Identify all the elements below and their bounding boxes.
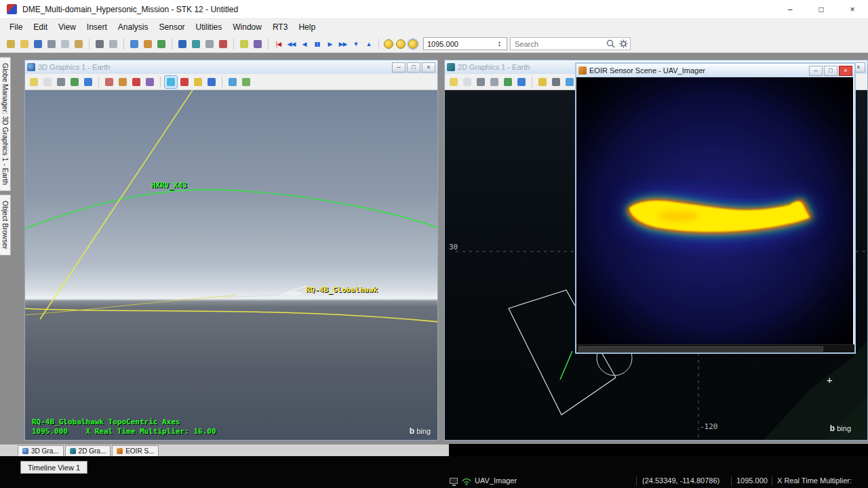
- open-icon[interactable]: [18, 38, 31, 49]
- insert-object-icon[interactable]: [155, 38, 167, 49]
- menu-sensor[interactable]: Sensor: [154, 20, 191, 34]
- map-options-icon[interactable]: [515, 76, 528, 88]
- time-overlay-text: 1095.000 X Real Time Multiplier: 16.00: [32, 427, 216, 436]
- menu-edit[interactable]: Edit: [28, 20, 53, 34]
- new-scenario-icon[interactable]: [5, 38, 17, 49]
- eoir-thermal-viewport[interactable]: [576, 77, 853, 344]
- menu-view[interactable]: View: [53, 20, 81, 34]
- eoir-window-titlebar[interactable]: EOIR Sensor Scene - UAV_Imager – □ ×: [576, 64, 854, 77]
- home-view-icon[interactable]: [117, 76, 129, 88]
- status-bar: UAV_Imager (24.53349, -114.80786) 1095.0…: [0, 474, 868, 488]
- grid-icon[interactable]: [550, 76, 562, 88]
- animation-play-button[interactable]: ▶: [323, 38, 336, 50]
- pan-hand-icon[interactable]: [461, 76, 473, 88]
- view-page-icon[interactable]: [28, 76, 40, 88]
- eoir-scrollbar-thumb[interactable]: [578, 346, 823, 352]
- terrain-globe-icon[interactable]: [82, 76, 94, 88]
- mdi-workspace: Globe Manager: 3D Graphics 1 - Earth Obj…: [0, 53, 868, 444]
- print-icon[interactable]: [94, 38, 106, 49]
- imagery-globe-icon[interactable]: [502, 76, 514, 88]
- animation-time-step-icon[interactable]: [396, 39, 406, 49]
- stored-views-icon[interactable]: [144, 76, 156, 88]
- eoir-minimize-button[interactable]: –: [809, 66, 823, 76]
- time-spinner[interactable]: ▴▾: [498, 41, 500, 47]
- animation-time-input[interactable]: [423, 37, 507, 50]
- globe-options-icon[interactable]: [205, 76, 218, 88]
- menu-analysis[interactable]: Analysis: [113, 20, 154, 34]
- save-icon[interactable]: [32, 38, 44, 49]
- bing-logo: bbing: [830, 424, 851, 433]
- animation-time-options-icon[interactable]: [384, 39, 393, 49]
- timeline-view-tab[interactable]: Timeline View 1: [20, 461, 87, 474]
- menu-insert[interactable]: Insert: [81, 20, 113, 34]
- properties-icon[interactable]: [45, 38, 58, 49]
- graph-manager-icon[interactable]: [142, 38, 154, 49]
- eoir-close-button[interactable]: ×: [839, 66, 852, 76]
- zoom-in-icon[interactable]: [475, 76, 487, 88]
- camera-path-icon[interactable]: [226, 76, 239, 88]
- copy-icon[interactable]: [59, 38, 71, 49]
- eoir-sensor-icon: [578, 66, 587, 75]
- increase-time-step-button[interactable]: ▲: [362, 38, 375, 50]
- close-button[interactable]: ×: [837, 0, 868, 19]
- view-from-to-icon[interactable]: [103, 76, 115, 88]
- animation-reverse-button[interactable]: ◀: [298, 38, 311, 50]
- ruler-icon[interactable]: [192, 76, 204, 88]
- animation-pause-button[interactable]: ▮▮: [311, 38, 323, 50]
- calc-tool-icon[interactable]: [252, 38, 264, 49]
- 3d-minimize-button[interactable]: –: [392, 62, 406, 73]
- target-view-icon[interactable]: [130, 76, 142, 88]
- 3d-window-titlebar[interactable]: 3D Graphics 1 - Earth – □ ×: [25, 60, 437, 74]
- zoom-icon[interactable]: [55, 76, 67, 88]
- search-input[interactable]: [511, 40, 604, 48]
- maximize-button[interactable]: □: [806, 0, 837, 19]
- search-settings-gear-icon[interactable]: [619, 39, 628, 48]
- menu-utilities[interactable]: Utilities: [191, 20, 228, 34]
- report-manager-icon[interactable]: [128, 38, 140, 49]
- animation-step-forward-button[interactable]: ▶▶: [336, 38, 349, 50]
- tab-3d-graphics[interactable]: 3D Gra...: [18, 445, 64, 456]
- zoom-out-icon[interactable]: [488, 76, 500, 88]
- animation-reset-button[interactable]: |◀: [272, 38, 285, 50]
- pan-hand-icon[interactable]: [41, 76, 54, 88]
- minimize-button[interactable]: –: [774, 0, 806, 19]
- globe-manager-tab[interactable]: Globe Manager: 3D Graphics 1 - Earth: [0, 57, 11, 191]
- decrease-time-step-button[interactable]: ▼: [349, 38, 362, 50]
- 3d-restore-button[interactable]: □: [407, 62, 420, 73]
- menu-window[interactable]: Window: [227, 20, 267, 34]
- ruler-icon[interactable]: [536, 76, 549, 88]
- object-browser-icon[interactable]: [203, 38, 216, 49]
- new-3d-window-icon[interactable]: [176, 38, 189, 49]
- imagery-globe-icon[interactable]: [68, 76, 81, 88]
- vector-pencil-icon[interactable]: [165, 76, 177, 88]
- eoir-horizontal-scrollbar[interactable]: [576, 344, 854, 352]
- toolbar-separator: [532, 77, 532, 87]
- globalhawk-label: RQ-4B_Globalhawk: [306, 285, 378, 294]
- animation-time-mode-icon[interactable]: [408, 39, 418, 49]
- object-browser-tab[interactable]: Object Browser: [0, 195, 11, 256]
- 3d-scene-viewport[interactable]: HXRV_X43 RQ-4B_Globalhawk RQ-4B_Globalha…: [25, 90, 437, 440]
- new-2d-window-icon[interactable]: [190, 38, 202, 49]
- eoir-restore-button[interactable]: □: [824, 66, 837, 76]
- measure-icon[interactable]: [238, 38, 250, 49]
- snapshot-icon[interactable]: [107, 38, 119, 49]
- main-toolbar: |◀ ◀◀ ◀ ▮▮ ▶ ▶▶ ▼ ▲ ▴▾: [0, 35, 868, 53]
- window-controls: – □ ×: [774, 0, 868, 19]
- animation-step-back-button[interactable]: ◀◀: [285, 38, 298, 50]
- timeline-view-icon[interactable]: [217, 38, 229, 49]
- tab-2d-graphics[interactable]: 2D Gra...: [65, 445, 111, 456]
- menu-file[interactable]: File: [4, 20, 28, 34]
- search-icon[interactable]: [606, 39, 615, 48]
- menu-help[interactable]: Help: [293, 20, 321, 34]
- menu-rt3[interactable]: RT3: [267, 20, 293, 34]
- 3d-close-button[interactable]: ×: [422, 62, 435, 73]
- toolbar-separator: [89, 39, 90, 49]
- projection-icon[interactable]: [564, 76, 576, 88]
- environment-icon[interactable]: [240, 76, 252, 88]
- tab-eoir-scene[interactable]: EOIR S...: [112, 445, 159, 456]
- view-page-icon[interactable]: [448, 76, 460, 88]
- paste-icon[interactable]: [73, 38, 85, 49]
- stk-application-window: DME_Multi-domain_Hypersonic_Mission - ST…: [0, 0, 868, 488]
- attitude-pencil-icon[interactable]: [178, 76, 191, 88]
- status-separator: [731, 476, 732, 486]
